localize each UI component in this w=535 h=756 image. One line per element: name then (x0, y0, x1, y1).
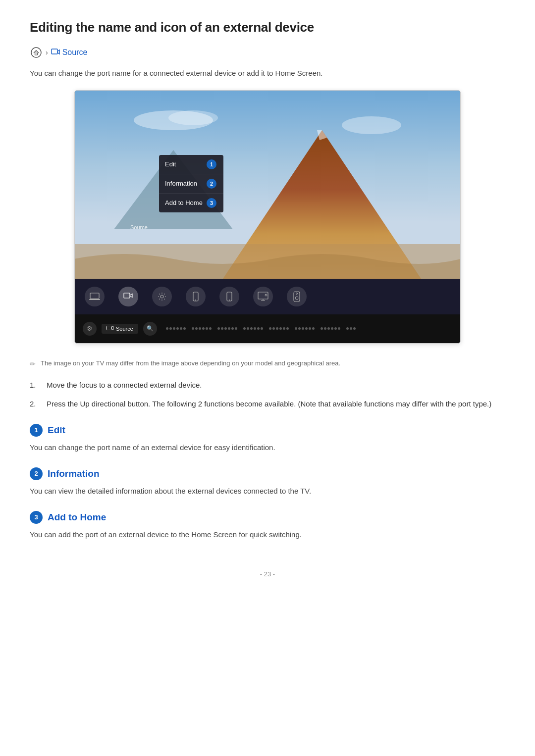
svg-rect-2 (52, 49, 57, 54)
note-row: ✏ The image on your TV may differ from t… (30, 358, 505, 369)
tv-icon-speaker (287, 287, 307, 306)
svg-rect-13 (89, 299, 100, 300)
page-title: Editing the name and icon of an external… (30, 20, 505, 35)
svg-point-24 (296, 293, 298, 295)
section-title-add-to-home: Add to Home (48, 512, 106, 523)
svg-rect-12 (90, 293, 99, 299)
tv-nav-search: 🔍 (143, 322, 157, 336)
svg-point-5 (168, 110, 218, 125)
source-icon (51, 48, 60, 57)
section-content-information: You can view the detailed information ab… (30, 485, 505, 497)
svg-rect-1 (35, 53, 38, 55)
home-icon (30, 46, 43, 59)
tv-icon-item (253, 287, 273, 306)
context-menu: Edit 1 Information 2 Add to Home 3 (159, 155, 223, 212)
section-badge-2: 2 (30, 467, 43, 480)
section-content-add-to-home: You can add the port of an external devi… (30, 529, 505, 541)
tv-icon-laptop (85, 287, 105, 306)
tv-icon-settings2 (152, 287, 172, 306)
tv-nav-source: Source (102, 324, 138, 334)
step-text-1: Move the focus to a connected external d… (47, 379, 202, 391)
section-badge-1: 1 (30, 424, 43, 437)
section-edit-header: 1 Edit (30, 424, 505, 437)
context-menu-add-to-home-label: Add to Home (165, 199, 203, 206)
tv-nav-dots (166, 327, 452, 330)
tv-icon-phone (186, 287, 206, 306)
tv-icon-item (287, 287, 307, 306)
context-menu-edit-label: Edit (165, 160, 176, 168)
tv-icons-row (75, 279, 460, 314)
tv-icon-item (152, 287, 172, 306)
svg-point-23 (295, 297, 298, 300)
context-menu-information-badge: 2 (207, 179, 216, 189)
section-title-edit: Edit (48, 425, 65, 436)
tv-icon-display (253, 287, 273, 306)
tv-display: Source Edit 1 Information 2 Add to Home … (75, 91, 460, 279)
step-text-2: Press the Up directional button. The fol… (47, 398, 491, 410)
section-information-header: 2 Information (30, 467, 505, 480)
section-content-edit: You can change the port name of an exter… (30, 442, 505, 454)
context-menu-information: Information 2 (159, 174, 223, 194)
context-menu-information-label: Information (165, 180, 197, 187)
step-list: 1. Move the focus to a connected externa… (30, 379, 505, 410)
step-item-1: 1. Move the focus to a connected externa… (30, 379, 505, 391)
note-text: The image on your TV may differ from the… (41, 358, 340, 368)
svg-rect-14 (124, 293, 130, 298)
breadcrumb: › Source (30, 46, 505, 59)
breadcrumb-chevron: › (46, 49, 48, 56)
tv-icon-item (186, 287, 206, 306)
tv-icon-item (85, 287, 105, 306)
context-menu-edit-badge: 1 (207, 159, 216, 169)
svg-point-17 (195, 300, 196, 301)
svg-point-6 (342, 116, 401, 134)
tv-icon-source (118, 287, 138, 306)
svg-point-0 (31, 48, 41, 57)
tv-icon-phone2 (219, 287, 239, 306)
svg-rect-20 (258, 292, 268, 299)
step-number-1: 1. (30, 379, 40, 391)
pencil-icon: ✏ (30, 359, 36, 369)
step-item-2: 2. Press the Up directional button. The … (30, 398, 505, 410)
tv-screen-mockup: Source Edit 1 Information 2 Add to Home … (74, 90, 461, 344)
svg-point-19 (229, 300, 230, 301)
svg-point-15 (160, 295, 163, 298)
tv-icon-item (219, 287, 239, 306)
context-menu-add-to-home: Add to Home 3 (159, 194, 223, 212)
tv-source-label: Source (130, 224, 148, 230)
tv-icon-item (118, 287, 138, 306)
context-menu-add-to-home-badge: 3 (207, 198, 216, 208)
context-menu-edit: Edit 1 (159, 155, 223, 174)
section-badge-3: 3 (30, 511, 43, 524)
section-title-information: Information (48, 468, 100, 479)
section-add-to-home-header: 3 Add to Home (30, 511, 505, 524)
intro-description: You can change the port name for a conne… (30, 68, 505, 79)
step-number-2: 2. (30, 398, 40, 410)
breadcrumb-source: Source (51, 48, 88, 57)
page-number: - 23 - (30, 570, 505, 578)
tv-nav-settings: ⚙ (83, 322, 97, 336)
tv-bottom-bar: ⚙ Source 🔍 (75, 314, 460, 343)
svg-rect-25 (107, 326, 111, 330)
